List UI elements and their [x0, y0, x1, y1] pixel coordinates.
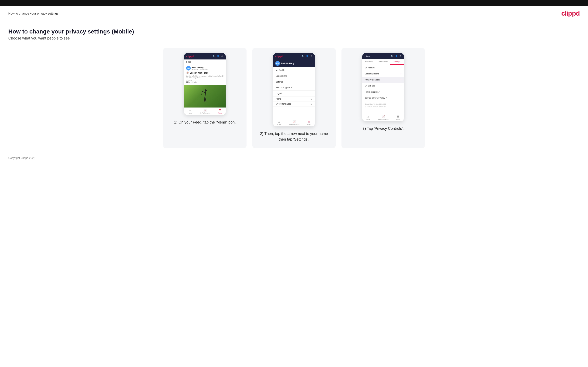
menu-icon: ☰ [219, 109, 221, 112]
search-icon: 🔍 [212, 55, 215, 58]
performance-label-2: My Performance [289, 124, 299, 125]
home-label-3: Home [366, 118, 370, 120]
settings-back-bar: ‹ Back 🔍 👤 ⚙ [362, 53, 404, 59]
menu-section-performance: My Performance ∨ [273, 101, 315, 107]
lesson-icon: 🏈 [186, 71, 189, 74]
menu-item-help: Help & Support ↗ [273, 85, 315, 91]
home-icon-2: ⌂ [278, 120, 280, 123]
phone-3-mockup: ‹ Back 🔍 👤 ⚙ My Profile Connections Sett… [362, 53, 404, 121]
menu-home-chevron: ∨ [311, 98, 312, 100]
home-label: Home [188, 112, 192, 114]
step-1-card: clippd 🔍 👤 ⚙ Feed BM Blair McHarg [163, 48, 247, 148]
performance-icon-3: 📈 [382, 115, 385, 118]
phone-1-icons: 🔍 👤 ⚙ [212, 55, 224, 58]
phone-1-logo: clippd [186, 55, 194, 58]
svg-line-2 [204, 97, 205, 102]
lesson-desc: Looking to feel like my hands are exitin… [186, 75, 224, 79]
menu-item-logout: Logout [273, 91, 315, 96]
help-support-label: Help & Support ↗ [365, 91, 380, 93]
step-2-card: clippd 🔍 👤 ⚙ BM Blair McHarg ∧ [252, 48, 336, 148]
profile-icon: 👤 [216, 55, 219, 58]
svg-point-0 [205, 89, 207, 92]
svg-line-1 [205, 92, 206, 97]
version-client: Clippd Client Version: 2022.8.3-3 [365, 103, 401, 105]
settings-icon-2: ⚙ [310, 55, 313, 58]
search-icon-3: 🔍 [391, 55, 394, 58]
phone-2-icons: 🔍 👤 ⚙ [302, 55, 313, 58]
settings-tabs: My Profile Connections Settings [362, 59, 404, 65]
menu-avatar: BM [275, 61, 280, 66]
settings-my-account[interactable]: My Account › [362, 65, 404, 71]
version-info: Clippd Client Version: 2022.8.3-3 GQL Se… [362, 101, 404, 109]
menu-username: Blair McHarg [281, 62, 294, 65]
menu-label-3: Menu [397, 118, 400, 120]
svg-line-4 [202, 91, 205, 93]
privacy-controls-label: Privacy Controls [365, 79, 380, 81]
performance-icon-2: 📈 [293, 120, 296, 123]
menu-item-connections: Connections [273, 73, 315, 79]
menu-icon-3: ☰ [397, 115, 399, 118]
footer: Copyright Clippd 2022 [0, 152, 588, 164]
settings-help-support[interactable]: Help & Support ↗ [362, 89, 404, 95]
main-content: How to change your privacy settings (Mob… [0, 20, 588, 152]
feed-post: BM Blair McHarg Yesterday · Sunningdale … [184, 64, 226, 85]
bottom-nav-close: ✕ Menu [307, 120, 311, 125]
step-2-description: 2) Then, tap the arrow next to your name… [257, 131, 331, 142]
settings-privacy-controls[interactable]: Privacy Controls › [362, 77, 404, 83]
my-account-label: My Account [365, 67, 375, 69]
bottom-nav-performance-2: 📈 My Performance [289, 120, 299, 125]
home-label-2: Home [277, 124, 281, 125]
profile-icon-2: 👤 [306, 55, 309, 58]
menu-label: Menu [218, 112, 222, 114]
settings-data-integrations[interactable]: Data Integrations › [362, 71, 404, 77]
copyright: Copyright Clippd 2022 [8, 156, 35, 159]
phone-1-navbar: clippd 🔍 👤 ⚙ [184, 53, 226, 59]
feed-user-meta: Yesterday · Sunningdale [192, 69, 208, 70]
bottom-nav-menu-3: ☰ Menu [397, 115, 400, 120]
menu-user-header: BM Blair McHarg ∧ [273, 59, 315, 67]
top-bar [0, 0, 588, 6]
feed-tab: Feed [184, 59, 226, 64]
performance-label: My Performance [200, 112, 210, 114]
settings-icon: ⚙ [221, 55, 224, 58]
service-privacy-label: Service & Privacy Policy ↗ [365, 97, 387, 99]
duration-value: 01 hr : 30 min [186, 81, 224, 83]
menu-user-left: BM Blair McHarg [275, 61, 294, 66]
bottom-nav-home: ⌂ Home [188, 109, 192, 114]
menu-section-home: Home ∨ [273, 96, 315, 101]
tab-settings[interactable]: Settings [390, 59, 404, 65]
bottom-nav-menu: ☰ Menu [218, 109, 222, 114]
lesson-title-row: 🏈 Lesson with Fordy [186, 71, 224, 74]
settings-service-privacy[interactable]: Service & Privacy Policy ↗ [362, 95, 404, 101]
settings-icon-3: ⚙ [399, 55, 402, 58]
step-3-description: 3) Tap 'Privacy Controls'. [363, 126, 404, 131]
phone-1-mockup: clippd 🔍 👤 ⚙ Feed BM Blair McHarg [184, 53, 226, 115]
step-1-description: 1) On your Feed, tap the 'Menu' icon. [174, 120, 236, 125]
home-icon: ⌂ [189, 109, 190, 112]
tab-my-profile[interactable]: My Profile [362, 59, 376, 65]
phone-2-bottom-nav: ⌂ Home 📈 My Performance ✕ Menu [273, 119, 315, 126]
bottom-nav-performance-3: 📈 My Performance [378, 115, 389, 120]
settings-my-golf-bag[interactable]: My Golf Bag › [362, 83, 404, 89]
menu-home-label: Home [276, 98, 281, 100]
menu-item-settings: Settings [273, 79, 315, 85]
menu-chevron-up: ∧ [311, 62, 313, 65]
bottom-nav-home-3: ⌂ Home [366, 115, 370, 120]
feed-user-row: BM Blair McHarg Yesterday · Sunningdale [186, 66, 224, 70]
phone-2-logo: clippd [275, 55, 283, 58]
close-label: Menu [307, 124, 311, 125]
tab-connections[interactable]: Connections [376, 59, 390, 65]
logo: clippd [561, 9, 580, 17]
back-button: ‹ Back [364, 55, 370, 57]
golfer-silhouette [201, 89, 209, 105]
menu-item-my-profile: My Profile [273, 67, 315, 73]
version-gql: GQL Server Version: 2022.7.30-1 [365, 105, 401, 108]
golf-course-image [184, 85, 226, 108]
phone-3-bottom-nav: ⌂ Home 📈 My Performance ☰ Menu [362, 114, 404, 121]
my-golf-bag-chevron: › [401, 85, 401, 87]
my-account-chevron: › [401, 67, 401, 69]
menu-performance-label: My Performance [276, 103, 291, 105]
header-title: How to change your privacy settings [8, 12, 59, 15]
svg-line-5 [202, 91, 202, 95]
home-icon-3: ⌂ [367, 115, 369, 118]
